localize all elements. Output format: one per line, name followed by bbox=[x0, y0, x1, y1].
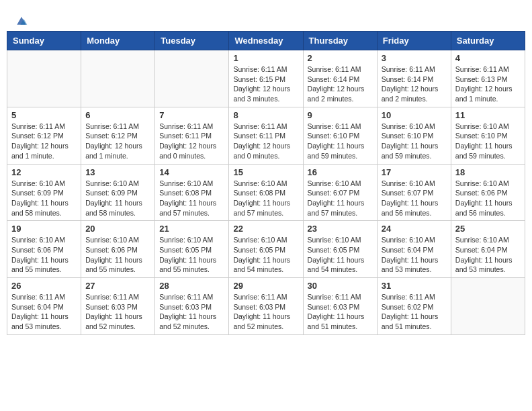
day-number: 5 bbox=[11, 110, 77, 120]
week-row-2: 5Sunrise: 6:11 AM Sunset: 6:12 PM Daylig… bbox=[7, 107, 525, 164]
day-cell: 9Sunrise: 6:11 AM Sunset: 6:10 PM Daylig… bbox=[303, 107, 377, 164]
day-number: 20 bbox=[85, 224, 150, 234]
column-header-sunday: Sunday bbox=[7, 32, 81, 50]
logo bbox=[13, 13, 28, 24]
day-info: Sunrise: 6:10 AM Sunset: 6:07 PM Dayligh… bbox=[308, 179, 373, 218]
day-cell: 25Sunrise: 6:10 AM Sunset: 6:04 PM Dayli… bbox=[451, 221, 525, 278]
day-number: 18 bbox=[455, 167, 521, 177]
day-info: Sunrise: 6:10 AM Sunset: 6:05 PM Dayligh… bbox=[159, 235, 224, 275]
day-cell: 28Sunrise: 6:11 AM Sunset: 6:03 PM Dayli… bbox=[155, 278, 229, 335]
week-row-5: 26Sunrise: 6:11 AM Sunset: 6:04 PM Dayli… bbox=[7, 278, 525, 335]
day-number: 21 bbox=[159, 224, 224, 234]
day-number: 24 bbox=[382, 224, 447, 234]
day-cell: 23Sunrise: 6:10 AM Sunset: 6:05 PM Dayli… bbox=[303, 221, 377, 278]
day-info: Sunrise: 6:10 AM Sunset: 6:06 PM Dayligh… bbox=[455, 179, 521, 218]
week-row-1: 1Sunrise: 6:11 AM Sunset: 6:15 PM Daylig… bbox=[7, 50, 525, 107]
day-number: 9 bbox=[308, 110, 373, 120]
day-info: Sunrise: 6:11 AM Sunset: 6:02 PM Dayligh… bbox=[382, 292, 447, 332]
day-number: 12 bbox=[11, 167, 77, 177]
day-info: Sunrise: 6:11 AM Sunset: 6:10 PM Dayligh… bbox=[308, 122, 373, 161]
day-cell: 29Sunrise: 6:11 AM Sunset: 6:03 PM Dayli… bbox=[229, 278, 303, 335]
day-info: Sunrise: 6:11 AM Sunset: 6:13 PM Dayligh… bbox=[455, 64, 521, 104]
day-cell: 3Sunrise: 6:11 AM Sunset: 6:14 PM Daylig… bbox=[377, 50, 451, 107]
calendar-table: SundayMondayTuesdayWednesdayThursdayFrid… bbox=[7, 31, 525, 335]
day-cell: 16Sunrise: 6:10 AM Sunset: 6:07 PM Dayli… bbox=[303, 164, 377, 221]
day-info: Sunrise: 6:11 AM Sunset: 6:03 PM Dayligh… bbox=[159, 292, 224, 332]
day-cell: 1Sunrise: 6:11 AM Sunset: 6:15 PM Daylig… bbox=[229, 50, 303, 107]
week-row-3: 12Sunrise: 6:10 AM Sunset: 6:09 PM Dayli… bbox=[7, 164, 525, 221]
day-number: 11 bbox=[455, 110, 521, 120]
day-number: 10 bbox=[382, 110, 447, 120]
header-row: SundayMondayTuesdayWednesdayThursdayFrid… bbox=[7, 32, 525, 50]
day-number: 22 bbox=[233, 224, 298, 234]
day-info: Sunrise: 6:11 AM Sunset: 6:12 PM Dayligh… bbox=[11, 122, 77, 161]
column-header-thursday: Thursday bbox=[303, 32, 377, 50]
day-cell: 19Sunrise: 6:10 AM Sunset: 6:06 PM Dayli… bbox=[7, 221, 81, 278]
day-cell: 12Sunrise: 6:10 AM Sunset: 6:09 PM Dayli… bbox=[7, 164, 81, 221]
day-number: 17 bbox=[382, 167, 447, 177]
day-cell bbox=[451, 278, 525, 335]
day-info: Sunrise: 6:11 AM Sunset: 6:14 PM Dayligh… bbox=[382, 64, 447, 104]
day-info: Sunrise: 6:10 AM Sunset: 6:04 PM Dayligh… bbox=[382, 235, 447, 275]
day-info: Sunrise: 6:10 AM Sunset: 6:06 PM Dayligh… bbox=[85, 235, 150, 275]
day-cell bbox=[81, 50, 155, 107]
day-number: 26 bbox=[11, 281, 77, 291]
day-info: Sunrise: 6:10 AM Sunset: 6:04 PM Dayligh… bbox=[455, 235, 521, 275]
day-number: 15 bbox=[233, 167, 298, 177]
day-cell: 18Sunrise: 6:10 AM Sunset: 6:06 PM Dayli… bbox=[451, 164, 525, 221]
day-cell: 4Sunrise: 6:11 AM Sunset: 6:13 PM Daylig… bbox=[451, 50, 525, 107]
day-info: Sunrise: 6:11 AM Sunset: 6:14 PM Dayligh… bbox=[308, 64, 373, 104]
day-info: Sunrise: 6:10 AM Sunset: 6:10 PM Dayligh… bbox=[455, 122, 521, 161]
day-info: Sunrise: 6:10 AM Sunset: 6:09 PM Dayligh… bbox=[11, 179, 77, 218]
day-number: 23 bbox=[308, 224, 373, 234]
day-cell: 8Sunrise: 6:11 AM Sunset: 6:11 PM Daylig… bbox=[229, 107, 303, 164]
day-number: 1 bbox=[233, 53, 298, 63]
day-info: Sunrise: 6:11 AM Sunset: 6:03 PM Dayligh… bbox=[85, 292, 150, 332]
day-number: 3 bbox=[382, 53, 447, 63]
day-cell: 15Sunrise: 6:10 AM Sunset: 6:08 PM Dayli… bbox=[229, 164, 303, 221]
week-row-4: 19Sunrise: 6:10 AM Sunset: 6:06 PM Dayli… bbox=[7, 221, 525, 278]
day-info: Sunrise: 6:11 AM Sunset: 6:11 PM Dayligh… bbox=[159, 122, 224, 161]
day-info: Sunrise: 6:10 AM Sunset: 6:05 PM Dayligh… bbox=[233, 235, 298, 275]
day-number: 13 bbox=[85, 167, 150, 177]
day-cell bbox=[7, 50, 81, 107]
column-header-saturday: Saturday bbox=[451, 32, 525, 50]
day-cell: 21Sunrise: 6:10 AM Sunset: 6:05 PM Dayli… bbox=[155, 221, 229, 278]
day-info: Sunrise: 6:11 AM Sunset: 6:12 PM Dayligh… bbox=[85, 122, 150, 161]
day-cell: 13Sunrise: 6:10 AM Sunset: 6:09 PM Dayli… bbox=[81, 164, 155, 221]
day-info: Sunrise: 6:11 AM Sunset: 6:04 PM Dayligh… bbox=[11, 292, 77, 332]
day-cell bbox=[155, 50, 229, 107]
logo-icon bbox=[15, 13, 28, 27]
day-info: Sunrise: 6:10 AM Sunset: 6:05 PM Dayligh… bbox=[308, 235, 373, 275]
day-number: 19 bbox=[11, 224, 77, 234]
day-number: 16 bbox=[308, 167, 373, 177]
day-info: Sunrise: 6:11 AM Sunset: 6:03 PM Dayligh… bbox=[308, 292, 373, 332]
day-number: 4 bbox=[455, 53, 521, 63]
day-info: Sunrise: 6:11 AM Sunset: 6:15 PM Dayligh… bbox=[233, 64, 298, 104]
day-cell: 31Sunrise: 6:11 AM Sunset: 6:02 PM Dayli… bbox=[377, 278, 451, 335]
day-cell: 5Sunrise: 6:11 AM Sunset: 6:12 PM Daylig… bbox=[7, 107, 81, 164]
day-info: Sunrise: 6:11 AM Sunset: 6:03 PM Dayligh… bbox=[233, 292, 298, 332]
day-number: 25 bbox=[455, 224, 521, 234]
day-cell: 22Sunrise: 6:10 AM Sunset: 6:05 PM Dayli… bbox=[229, 221, 303, 278]
day-info: Sunrise: 6:11 AM Sunset: 6:11 PM Dayligh… bbox=[233, 122, 298, 161]
day-number: 14 bbox=[159, 167, 224, 177]
day-info: Sunrise: 6:10 AM Sunset: 6:08 PM Dayligh… bbox=[233, 179, 298, 218]
day-cell: 24Sunrise: 6:10 AM Sunset: 6:04 PM Dayli… bbox=[377, 221, 451, 278]
day-cell: 10Sunrise: 6:10 AM Sunset: 6:10 PM Dayli… bbox=[377, 107, 451, 164]
day-number: 31 bbox=[382, 281, 447, 291]
day-number: 7 bbox=[159, 110, 224, 120]
column-header-monday: Monday bbox=[81, 32, 155, 50]
day-number: 2 bbox=[308, 53, 373, 63]
day-number: 27 bbox=[85, 281, 150, 291]
day-info: Sunrise: 6:10 AM Sunset: 6:07 PM Dayligh… bbox=[382, 179, 447, 218]
day-cell: 30Sunrise: 6:11 AM Sunset: 6:03 PM Dayli… bbox=[303, 278, 377, 335]
day-number: 30 bbox=[308, 281, 373, 291]
day-cell: 17Sunrise: 6:10 AM Sunset: 6:07 PM Dayli… bbox=[377, 164, 451, 221]
day-number: 29 bbox=[233, 281, 298, 291]
day-number: 8 bbox=[233, 110, 298, 120]
day-info: Sunrise: 6:10 AM Sunset: 6:09 PM Dayligh… bbox=[85, 179, 150, 218]
day-cell: 11Sunrise: 6:10 AM Sunset: 6:10 PM Dayli… bbox=[451, 107, 525, 164]
day-number: 28 bbox=[159, 281, 224, 291]
day-cell: 2Sunrise: 6:11 AM Sunset: 6:14 PM Daylig… bbox=[303, 50, 377, 107]
